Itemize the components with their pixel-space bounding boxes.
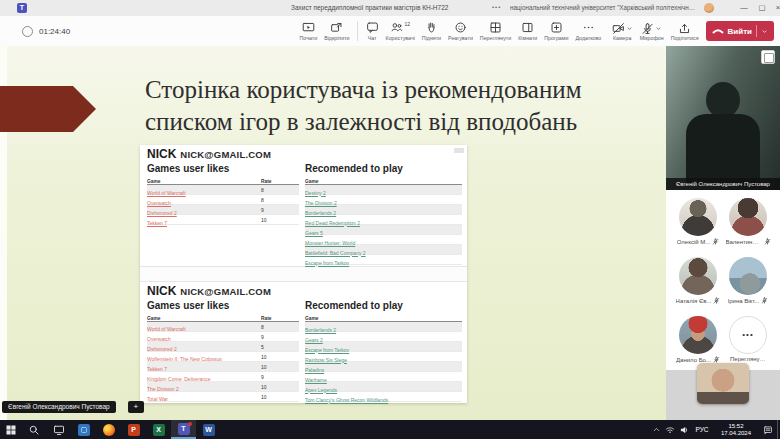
raise-hand-button[interactable]: Підняти [418,17,444,45]
network-status[interactable] [663,420,677,439]
rate-value: 10 [261,384,299,390]
wifi-icon [665,425,675,435]
app-teams-icon[interactable]: T [171,420,196,439]
app-firefox-icon[interactable] [96,420,121,439]
toolbar-center-buttons: Почати Відкріпити Чат 12 Користувачі Під… [296,17,605,45]
game-link[interactable]: Tekken 7 [147,220,167,226]
user-email: NICK@GMAIL.COM [180,286,271,297]
taskbar-tray: РУС 15:52 17.04.2024 [649,420,780,439]
likes-table: Games user likes Game Rate World of Warc… [147,299,299,402]
speaker-video-tile[interactable]: Євгеній Олександрович Пустовар [666,46,780,190]
app-blue-icon[interactable] [71,420,96,439]
view-more-tile[interactable]: ••• Переглянути в... [723,316,773,370]
app-word-icon[interactable]: W [196,420,221,439]
camera-control[interactable]: Камера [612,22,633,41]
game-link[interactable]: Tom Clancy's Ghost Recon Wildlands [305,397,388,403]
mic-off-icon [761,297,768,304]
windows-logo-icon [5,424,17,436]
participants-count-badge: 12 [404,21,410,27]
rate-value: 10 [261,394,299,400]
share-control[interactable]: Поділитися [671,22,699,41]
leave-button[interactable]: Вийти [706,21,774,41]
mic-off-icon [712,238,719,245]
popout-button[interactable]: Відкріпити [321,17,353,45]
rate-value: 10 [261,217,299,223]
user-nick: NICK [147,284,176,298]
start-button[interactable] [0,420,21,439]
close-button[interactable]: × [770,0,780,16]
game-link[interactable]: Escape from Tarkov [305,260,349,266]
participant-tile[interactable]: Валентина ... [723,198,773,252]
present-icon [302,21,315,34]
titlebar-menu-dots[interactable]: ••• [492,0,501,16]
participant-grid: Олексій М... Валентина ... Наталія Єв...… [666,190,780,370]
tray-expand-button[interactable] [649,420,663,439]
presenter-name-pill: Євгеній Олександрович Пустовар [2,401,116,413]
react-button[interactable]: Реагувати [445,17,477,45]
rooms-button[interactable]: Кімнати [515,17,541,45]
maximize-button[interactable]: ▢ [754,0,770,16]
more-button[interactable]: Додатково [572,17,605,45]
user-section-1: NICK NICK@GMAIL.COM Games user likes Gam… [140,145,467,266]
mic-off-icon [713,297,720,304]
participant-tile[interactable]: Олексій М... [673,198,723,252]
table-row: Tom Clancy's Ghost Recon Wildlands [305,392,462,402]
action-center-button[interactable] [759,420,777,439]
app-powerpoint-icon[interactable]: P [121,420,146,439]
slide-title-line1: Сторінка користувача із рекомендованим [145,74,620,106]
camera-off-icon [612,22,625,35]
recommended-table: Recomended to play Game Borderlands 2 Ge… [305,299,462,402]
user-header: NICK NICK@GMAIL.COM [147,284,462,299]
monitor-icon [53,424,65,436]
timer-ring-icon [22,26,33,37]
participant-tile[interactable]: Ірина Вікт... [723,257,773,311]
taskbar-left: P X T W [0,420,221,439]
meeting-title: Захист переддипломної практики магістрів… [291,0,448,16]
teams-logo-icon: T [17,3,27,13]
participant-tile[interactable]: Данило Бо... [673,316,723,370]
apps-button[interactable]: Програми [541,17,572,45]
participant-avatar [679,198,717,236]
likes-table: Games user likes Game Rate World of Warc… [147,162,299,265]
minimize-button[interactable]: — [736,0,752,16]
participant-tile[interactable]: Наталія Єв... [673,257,723,311]
slide-ribbon-arrow [0,86,96,132]
mic-chevron-icon[interactable] [655,25,662,32]
likes-table-body: World of Warcraft 8 Overwatch 8 Dishonor… [147,185,299,225]
view-button[interactable]: Переглянути [476,17,514,45]
zoom-in-button[interactable]: + [128,401,144,413]
taskbar-search-button[interactable] [21,420,46,439]
task-view-button[interactable] [46,420,71,439]
rate-value: 5 [261,344,299,350]
windows-taskbar: P X T W РУС 15:52 17.04.2024 [0,420,780,439]
presenter-overlay: Євгеній Олександрович Пустовар + [2,401,144,413]
phone-down-icon [712,27,724,35]
mic-off-icon [641,22,654,35]
language-indicator[interactable]: РУС [691,420,713,439]
grid-view-icon [489,21,502,34]
leave-chevron-icon[interactable] [761,28,768,35]
mic-control[interactable]: Мікрофон [640,22,664,41]
participants-button[interactable]: 12 Користувачі [382,17,418,45]
layout-toggle-button[interactable] [761,50,775,64]
user-avatar[interactable] [704,3,714,13]
present-button[interactable]: Почати [296,17,321,45]
smiley-icon [454,21,467,34]
participant-avatar [679,257,717,295]
popout-icon [330,21,343,34]
self-view-video[interactable] [697,363,749,404]
rate-value: 10 [261,354,299,360]
notification-icon [763,425,773,435]
rate-value: 10 [261,364,299,370]
app-excel-icon[interactable]: X [146,420,171,439]
taskbar-clock[interactable]: 15:52 17.04.2024 [713,420,759,439]
camera-chevron-icon[interactable] [626,25,633,32]
game-link[interactable]: Total War [147,396,168,402]
chat-button[interactable]: Чат [362,17,382,45]
volume-control[interactable] [677,420,691,439]
shared-screen-stage: Сторінка користувача із рекомендованим с… [0,46,666,420]
toolbar-divider [357,21,358,41]
account-org-name: національний технічний університет "Харк… [510,0,698,16]
clock-date: 17.04.2024 [721,430,751,437]
participant-avatar [679,316,717,354]
